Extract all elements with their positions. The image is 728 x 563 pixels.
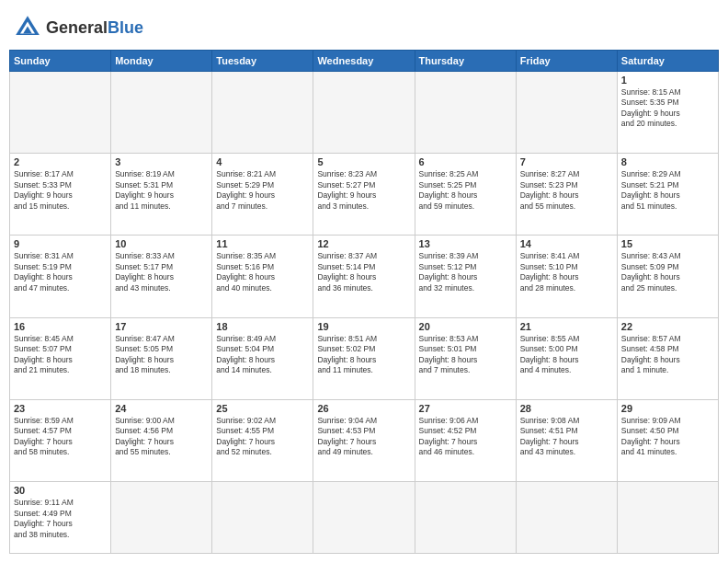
week-row-1: 1Sunrise: 8:15 AM Sunset: 5:35 PM Daylig… bbox=[10, 72, 719, 154]
day-info: Sunrise: 8:17 AM Sunset: 5:33 PM Dayligh… bbox=[14, 169, 107, 212]
day-info: Sunrise: 8:55 AM Sunset: 5:00 PM Dayligh… bbox=[520, 334, 613, 376]
day-cell bbox=[313, 72, 415, 154]
day-info: Sunrise: 8:21 AM Sunset: 5:29 PM Dayligh… bbox=[216, 169, 309, 212]
day-info: Sunrise: 8:41 AM Sunset: 5:10 PM Dayligh… bbox=[520, 251, 613, 293]
day-info: Sunrise: 8:27 AM Sunset: 5:23 PM Dayligh… bbox=[520, 169, 613, 212]
day-number: 7 bbox=[520, 156, 613, 167]
weekday-header-tuesday: Tuesday bbox=[212, 51, 313, 72]
day-number: 10 bbox=[115, 238, 208, 249]
day-info: Sunrise: 8:25 AM Sunset: 5:25 PM Dayligh… bbox=[419, 169, 512, 212]
day-number: 20 bbox=[419, 321, 512, 332]
day-cell: 20Sunrise: 8:53 AM Sunset: 5:01 PM Dayli… bbox=[415, 317, 516, 399]
day-info: Sunrise: 8:37 AM Sunset: 5:14 PM Dayligh… bbox=[317, 251, 410, 293]
page: GeneralBlue SundayMondayTuesdayWednesday… bbox=[0, 0, 728, 563]
day-number: 24 bbox=[115, 403, 208, 414]
day-cell bbox=[415, 482, 516, 554]
weekday-header-friday: Friday bbox=[516, 51, 617, 72]
day-cell: 7Sunrise: 8:27 AM Sunset: 5:23 PM Daylig… bbox=[516, 154, 617, 236]
day-cell: 1Sunrise: 8:15 AM Sunset: 5:35 PM Daylig… bbox=[617, 72, 718, 154]
day-info: Sunrise: 8:31 AM Sunset: 5:19 PM Dayligh… bbox=[14, 251, 107, 293]
week-row-4: 16Sunrise: 8:45 AM Sunset: 5:07 PM Dayli… bbox=[10, 317, 719, 399]
day-cell: 18Sunrise: 8:49 AM Sunset: 5:04 PM Dayli… bbox=[212, 317, 313, 399]
day-info: Sunrise: 8:51 AM Sunset: 5:02 PM Dayligh… bbox=[317, 334, 410, 376]
day-info: Sunrise: 9:09 AM Sunset: 4:50 PM Dayligh… bbox=[621, 416, 714, 458]
day-cell: 23Sunrise: 8:59 AM Sunset: 4:57 PM Dayli… bbox=[10, 399, 111, 481]
day-info: Sunrise: 8:53 AM Sunset: 5:01 PM Dayligh… bbox=[419, 334, 512, 376]
weekday-header-saturday: Saturday bbox=[617, 51, 718, 72]
day-cell: 24Sunrise: 9:00 AM Sunset: 4:56 PM Dayli… bbox=[111, 399, 212, 481]
day-cell: 12Sunrise: 8:37 AM Sunset: 5:14 PM Dayli… bbox=[313, 236, 415, 317]
day-number: 18 bbox=[216, 321, 309, 332]
day-number: 5 bbox=[317, 156, 410, 167]
day-cell: 30Sunrise: 9:11 AM Sunset: 4:49 PM Dayli… bbox=[10, 482, 111, 554]
day-info: Sunrise: 9:00 AM Sunset: 4:56 PM Dayligh… bbox=[115, 416, 208, 458]
day-number: 17 bbox=[115, 321, 208, 332]
day-info: Sunrise: 8:29 AM Sunset: 5:21 PM Dayligh… bbox=[621, 169, 714, 212]
day-info: Sunrise: 9:04 AM Sunset: 4:53 PM Dayligh… bbox=[317, 416, 410, 458]
day-cell: 5Sunrise: 8:23 AM Sunset: 5:27 PM Daylig… bbox=[313, 154, 415, 236]
day-number: 30 bbox=[14, 485, 107, 496]
day-number: 3 bbox=[115, 156, 208, 167]
day-number: 19 bbox=[317, 321, 410, 332]
day-cell: 13Sunrise: 8:39 AM Sunset: 5:12 PM Dayli… bbox=[415, 236, 516, 317]
day-cell: 3Sunrise: 8:19 AM Sunset: 5:31 PM Daylig… bbox=[111, 154, 212, 236]
day-cell bbox=[111, 72, 212, 154]
day-cell: 25Sunrise: 9:02 AM Sunset: 4:55 PM Dayli… bbox=[212, 399, 313, 481]
day-info: Sunrise: 8:35 AM Sunset: 5:16 PM Dayligh… bbox=[216, 251, 309, 293]
day-info: Sunrise: 8:33 AM Sunset: 5:17 PM Dayligh… bbox=[115, 251, 208, 293]
day-number: 1 bbox=[621, 75, 714, 86]
weekday-header-thursday: Thursday bbox=[415, 51, 516, 72]
day-cell bbox=[516, 72, 617, 154]
day-cell: 15Sunrise: 8:43 AM Sunset: 5:09 PM Dayli… bbox=[617, 236, 718, 317]
week-row-5: 23Sunrise: 8:59 AM Sunset: 4:57 PM Dayli… bbox=[10, 399, 719, 481]
day-cell bbox=[10, 72, 111, 154]
day-info: Sunrise: 9:08 AM Sunset: 4:51 PM Dayligh… bbox=[520, 416, 613, 458]
day-cell bbox=[516, 482, 617, 554]
day-cell: 27Sunrise: 9:06 AM Sunset: 4:52 PM Dayli… bbox=[415, 399, 516, 481]
week-row-3: 9Sunrise: 8:31 AM Sunset: 5:19 PM Daylig… bbox=[10, 236, 719, 317]
day-number: 27 bbox=[419, 403, 512, 414]
day-info: Sunrise: 8:39 AM Sunset: 5:12 PM Dayligh… bbox=[419, 251, 512, 293]
day-number: 26 bbox=[317, 403, 410, 414]
day-number: 16 bbox=[14, 321, 107, 332]
day-number: 6 bbox=[419, 156, 512, 167]
day-cell: 26Sunrise: 9:04 AM Sunset: 4:53 PM Dayli… bbox=[313, 399, 415, 481]
day-cell: 4Sunrise: 8:21 AM Sunset: 5:29 PM Daylig… bbox=[212, 154, 313, 236]
day-cell: 11Sunrise: 8:35 AM Sunset: 5:16 PM Dayli… bbox=[212, 236, 313, 317]
day-cell bbox=[313, 482, 415, 554]
day-number: 12 bbox=[317, 238, 410, 249]
day-cell bbox=[415, 72, 516, 154]
day-info: Sunrise: 8:45 AM Sunset: 5:07 PM Dayligh… bbox=[14, 334, 107, 376]
day-info: Sunrise: 8:47 AM Sunset: 5:05 PM Dayligh… bbox=[115, 334, 208, 376]
weekday-header-sunday: Sunday bbox=[10, 51, 111, 72]
weekday-header-wednesday: Wednesday bbox=[313, 51, 415, 72]
weekday-header-monday: Monday bbox=[111, 51, 212, 72]
week-row-2: 2Sunrise: 8:17 AM Sunset: 5:33 PM Daylig… bbox=[10, 154, 719, 236]
day-number: 2 bbox=[14, 156, 107, 167]
day-cell: 8Sunrise: 8:29 AM Sunset: 5:21 PM Daylig… bbox=[617, 154, 718, 236]
day-number: 21 bbox=[520, 321, 613, 332]
day-cell: 28Sunrise: 9:08 AM Sunset: 4:51 PM Dayli… bbox=[516, 399, 617, 481]
day-number: 14 bbox=[520, 238, 613, 249]
day-cell bbox=[111, 482, 212, 554]
day-number: 8 bbox=[621, 156, 714, 167]
day-info: Sunrise: 8:43 AM Sunset: 5:09 PM Dayligh… bbox=[621, 251, 714, 293]
day-number: 4 bbox=[216, 156, 309, 167]
day-info: Sunrise: 9:06 AM Sunset: 4:52 PM Dayligh… bbox=[419, 416, 512, 458]
day-number: 23 bbox=[14, 403, 107, 414]
day-cell: 22Sunrise: 8:57 AM Sunset: 4:58 PM Dayli… bbox=[617, 317, 718, 399]
day-number: 13 bbox=[419, 238, 512, 249]
day-cell: 17Sunrise: 8:47 AM Sunset: 5:05 PM Dayli… bbox=[111, 317, 212, 399]
logo: GeneralBlue bbox=[13, 13, 143, 42]
day-cell: 16Sunrise: 8:45 AM Sunset: 5:07 PM Dayli… bbox=[10, 317, 111, 399]
day-info: Sunrise: 8:15 AM Sunset: 5:35 PM Dayligh… bbox=[621, 87, 714, 130]
day-cell: 9Sunrise: 8:31 AM Sunset: 5:19 PM Daylig… bbox=[10, 236, 111, 317]
day-cell bbox=[212, 482, 313, 554]
day-number: 9 bbox=[14, 238, 107, 249]
weekday-header-row: SundayMondayTuesdayWednesdayThursdayFrid… bbox=[10, 51, 719, 72]
day-cell bbox=[617, 482, 718, 554]
logo-text: GeneralBlue bbox=[46, 18, 143, 38]
day-cell: 14Sunrise: 8:41 AM Sunset: 5:10 PM Dayli… bbox=[516, 236, 617, 317]
day-info: Sunrise: 9:11 AM Sunset: 4:49 PM Dayligh… bbox=[14, 498, 107, 540]
logo-icon bbox=[13, 13, 42, 42]
